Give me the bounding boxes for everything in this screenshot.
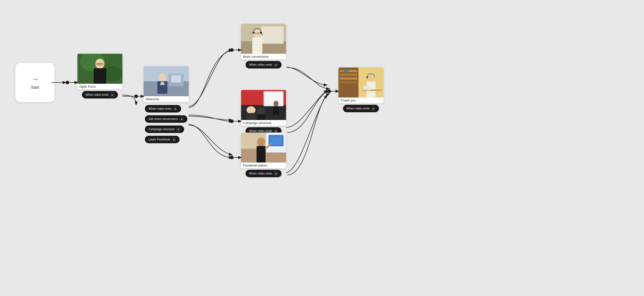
more-conversions-trigger-icon: ⊕ xyxy=(274,63,278,67)
welcome-trigger-3-label: Campaign structure xyxy=(148,128,174,131)
svg-point-7 xyxy=(230,48,234,52)
svg-point-23 xyxy=(159,73,166,82)
svg-rect-15 xyxy=(94,68,106,84)
start-arrow-icon: → xyxy=(32,75,38,83)
svg-point-31 xyxy=(260,32,262,34)
svg-point-67 xyxy=(366,76,368,78)
svg-rect-22 xyxy=(171,75,181,83)
welcome-trigger-4-label: Learn Facebook xyxy=(148,138,170,141)
welcome-trigger-2[interactable]: Get more conversions ⊕ xyxy=(145,115,187,123)
thankyou-node[interactable]: Thank you When video ends ⊕ xyxy=(338,68,384,112)
svg-rect-46 xyxy=(257,114,265,120)
svg-point-43 xyxy=(246,106,256,114)
more-conversions-title: More conversions xyxy=(241,54,286,60)
svg-rect-42 xyxy=(273,106,279,115)
welcome-trigger-2-label: Get more conversions xyxy=(148,117,178,121)
welcome-trigger-3[interactable]: Campaign structure ⊕ xyxy=(145,126,184,133)
welcome-trigger-1-label: When video ends xyxy=(148,107,172,111)
svg-point-52 xyxy=(257,138,265,147)
campaign-title: Campaign structure xyxy=(241,120,286,126)
welcome-trigger-1[interactable]: When video ends ⊕ xyxy=(145,105,181,113)
svg-rect-59 xyxy=(340,78,357,80)
svg-rect-53 xyxy=(256,146,266,162)
optin-trigger-label: When video ends xyxy=(86,93,109,97)
svg-point-8 xyxy=(230,120,234,123)
thankyou-title: Thank you xyxy=(338,98,384,103)
thankyou-trigger[interactable]: When video ends ⊕ xyxy=(343,105,379,112)
facebook-basics-trigger[interactable]: When video ends ⊕ xyxy=(246,170,282,177)
svg-point-45 xyxy=(257,108,265,115)
optin-node[interactable]: Optin Form When video ends ⊕ xyxy=(78,54,122,99)
campaign-trigger-label: When video ends xyxy=(249,129,272,133)
start-node[interactable]: → Start xyxy=(15,63,55,103)
svg-rect-60 xyxy=(340,81,357,83)
more-conversions-trigger[interactable]: When video ends ⊕ xyxy=(246,61,282,69)
svg-rect-58 xyxy=(340,74,357,76)
welcome-node[interactable]: Welcome When video ends ⊕ Get more conve… xyxy=(144,66,188,143)
svg-point-30 xyxy=(252,32,254,34)
welcome-trigger-4[interactable]: Learn Facebook ⊕ xyxy=(145,136,180,143)
facebook-basics-node[interactable]: Facebook basics When video ends ⊕ xyxy=(241,133,286,177)
welcome-trigger-1-icon: ⊕ xyxy=(173,107,178,111)
svg-rect-69 xyxy=(364,86,371,90)
welcome-trigger-4-icon: ⊕ xyxy=(172,137,176,142)
optin-title: Optin Form xyxy=(78,84,122,90)
thankyou-trigger-label: When video ends xyxy=(346,107,370,110)
svg-point-41 xyxy=(274,101,278,107)
welcome-triggers: When video ends ⊕ Get more conversions ⊕… xyxy=(145,104,187,143)
svg-point-9 xyxy=(230,156,234,159)
more-conversions-node[interactable]: More conversions When video ends ⊕ xyxy=(241,24,286,69)
svg-rect-63 xyxy=(344,70,347,72)
svg-rect-40 xyxy=(265,93,282,105)
svg-point-6 xyxy=(134,95,138,98)
svg-rect-62 xyxy=(341,70,344,72)
svg-point-4 xyxy=(66,81,69,84)
welcome-trigger-3-icon: ⊕ xyxy=(176,127,180,132)
welcome-title: Welcome xyxy=(144,96,188,102)
svg-rect-28 xyxy=(261,26,284,44)
svg-rect-33 xyxy=(252,37,262,54)
campaign-node[interactable]: Campaign structure When video ends ⊕ xyxy=(241,90,286,135)
more-conversions-trigger-label: When video ends xyxy=(249,63,272,67)
svg-point-10 xyxy=(328,90,331,93)
svg-rect-44 xyxy=(246,113,256,120)
facebook-basics-trigger-label: When video ends xyxy=(249,172,272,175)
svg-rect-64 xyxy=(347,70,349,72)
facebook-basics-title: Facebook basics xyxy=(241,162,286,168)
optin-trigger[interactable]: When video ends ⊕ xyxy=(82,91,118,99)
optin-trigger-icon: ⊕ xyxy=(110,93,114,97)
thankyou-trigger-icon: ⊕ xyxy=(371,106,376,111)
welcome-trigger-2-icon: ⊕ xyxy=(179,117,184,121)
start-label: Start xyxy=(31,85,39,90)
facebook-basics-trigger-icon: ⊕ xyxy=(274,171,278,176)
